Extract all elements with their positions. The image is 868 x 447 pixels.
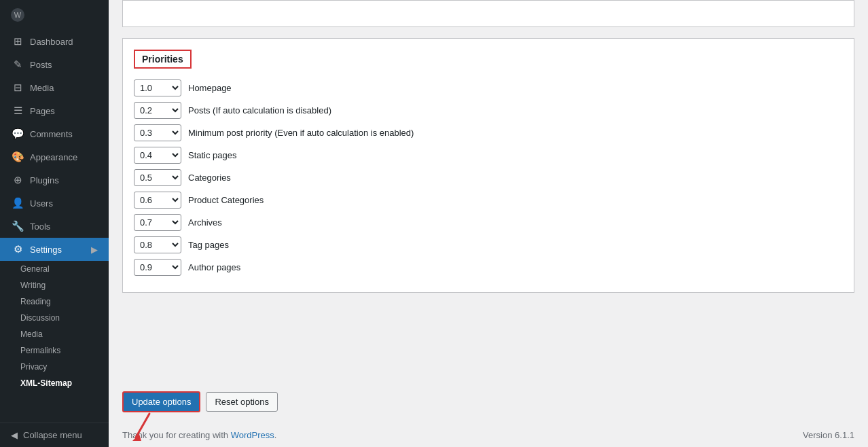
priority-row-archives: 0.00.10.20.30.40.50.60.70.80.91.0Archive… xyxy=(134,214,843,231)
sidebar-item-settings[interactable]: ⚙Settings▶ xyxy=(0,238,109,261)
sidebar-item-appearance[interactable]: 🎨Appearance xyxy=(0,145,109,168)
sidebar-item-users[interactable]: 👤Users xyxy=(0,192,109,215)
submenu-item-discussion[interactable]: Discussion xyxy=(0,310,109,326)
priority-row-author-pages: 0.00.10.20.30.40.50.60.70.80.91.0Author … xyxy=(134,259,843,276)
sidebar-submenu: GeneralWritingReadingDiscussionMediaPerm… xyxy=(0,261,109,391)
submenu-item-xml-sitemap[interactable]: XML-Sitemap xyxy=(0,375,109,391)
version-text: Version 6.1.1 xyxy=(803,430,854,440)
priority-select-min-post[interactable]: 0.00.10.20.30.40.50.60.70.80.91.0 xyxy=(134,124,181,141)
buttons-area: Update options Reset options xyxy=(109,391,868,412)
priority-row-static-pages: 0.00.10.20.30.40.50.60.70.80.91.0Static … xyxy=(134,147,843,164)
sidebar-item-label: Comments xyxy=(30,129,73,139)
priority-select-tag-pages[interactable]: 0.00.10.20.30.40.50.60.70.80.91.0 xyxy=(134,236,181,253)
priority-row-posts: 0.00.10.20.30.40.50.60.70.80.91.0Posts (… xyxy=(134,102,843,119)
priority-row-min-post: 0.00.10.20.30.40.50.60.70.80.91.0Minimum… xyxy=(134,124,843,141)
wp-icon: W xyxy=(11,8,24,22)
sidebar-item-label: Plugins xyxy=(30,175,59,185)
priorities-rows: 0.00.10.20.30.40.50.60.70.80.91.0Homepag… xyxy=(134,79,843,276)
main-content: Priorities 0.00.10.20.30.40.50.60.70.80.… xyxy=(109,0,868,447)
priority-label-posts: Posts (If auto calculation is disabled) xyxy=(188,105,331,115)
priority-select-archives[interactable]: 0.00.10.20.30.40.50.60.70.80.91.0 xyxy=(134,214,181,231)
footer: Thank you for creating with WordPress. V… xyxy=(109,423,868,447)
priority-label-min-post: Minimum post priority (Even if auto calc… xyxy=(188,128,414,138)
priority-select-author-pages[interactable]: 0.00.10.20.30.40.50.60.70.80.91.0 xyxy=(134,259,181,276)
content-area: Priorities 0.00.10.20.30.40.50.60.70.80.… xyxy=(109,0,868,391)
footer-text-after: . xyxy=(274,430,277,440)
priority-row-homepage: 0.00.10.20.30.40.50.60.70.80.91.0Homepag… xyxy=(134,79,843,96)
priority-label-product-categories: Product Categories xyxy=(188,195,264,205)
priority-select-posts[interactable]: 0.00.10.20.30.40.50.60.70.80.91.0 xyxy=(134,102,181,119)
priority-label-categories: Categories xyxy=(188,173,231,183)
submenu-item-permalinks[interactable]: Permalinks xyxy=(0,342,109,359)
collapse-icon: ◀ xyxy=(11,430,18,440)
sidebar-item-label: Posts xyxy=(30,60,52,70)
update-options-button[interactable]: Update options xyxy=(122,391,200,412)
sidebar-item-label: Dashboard xyxy=(30,37,73,47)
top-partial-box xyxy=(122,0,854,27)
submenu-item-reading[interactable]: Reading xyxy=(0,293,109,310)
priority-row-product-categories: 0.00.10.20.30.40.50.60.70.80.91.0Product… xyxy=(134,192,843,209)
sidebar-item-posts[interactable]: ✎Posts xyxy=(0,53,109,76)
collapse-label: Collapse menu xyxy=(23,430,82,440)
active-arrow: ▶ xyxy=(91,245,98,255)
sidebar-item-label: Media xyxy=(30,83,54,93)
priority-select-homepage[interactable]: 0.00.10.20.30.40.50.60.70.80.91.0 xyxy=(134,79,181,96)
svg-line-0 xyxy=(136,414,149,437)
arrow-indicator xyxy=(129,410,170,444)
pages-icon: ☰ xyxy=(11,105,24,117)
submenu-item-privacy[interactable]: Privacy xyxy=(0,359,109,375)
users-icon: 👤 xyxy=(11,197,24,209)
dashboard-icon: ⊞ xyxy=(11,35,24,48)
priority-select-categories[interactable]: 0.00.10.20.30.40.50.60.70.80.91.0 xyxy=(134,169,181,186)
posts-icon: ✎ xyxy=(11,58,24,71)
priority-row-categories: 0.00.10.20.30.40.50.60.70.80.91.0Categor… xyxy=(134,169,843,186)
priority-label-homepage: Homepage xyxy=(188,83,232,93)
sidebar: W ⊞Dashboard✎Posts⊟Media☰Pages💬Comments🎨… xyxy=(0,0,109,447)
collapse-menu-button[interactable]: ◀ Collapse menu xyxy=(0,423,109,447)
reset-options-button[interactable]: Reset options xyxy=(206,392,278,412)
sidebar-item-dashboard[interactable]: ⊞Dashboard xyxy=(0,30,109,53)
priority-row-tag-pages: 0.00.10.20.30.40.50.60.70.80.91.0Tag pag… xyxy=(134,236,843,253)
plugins-icon: ⊕ xyxy=(11,174,24,186)
sidebar-item-label: Users xyxy=(30,198,53,209)
priorities-title: Priorities xyxy=(134,50,192,69)
priority-label-archives: Archives xyxy=(188,217,222,228)
priority-select-static-pages[interactable]: 0.00.10.20.30.40.50.60.70.80.91.0 xyxy=(134,147,181,164)
priority-label-static-pages: Static pages xyxy=(188,150,237,160)
appearance-icon: 🎨 xyxy=(11,151,24,163)
sidebar-item-tools[interactable]: 🔧Tools xyxy=(0,215,109,238)
media-icon: ⊟ xyxy=(11,82,24,94)
tools-icon: 🔧 xyxy=(11,220,24,232)
priority-select-product-categories[interactable]: 0.00.10.20.30.40.50.60.70.80.91.0 xyxy=(134,192,181,209)
sidebar-item-label: Pages xyxy=(30,106,55,116)
priority-label-author-pages: Author pages xyxy=(188,262,240,272)
sidebar-item-label: Settings xyxy=(30,245,62,255)
sidebar-item-media[interactable]: ⊟Media xyxy=(0,76,109,99)
sidebar-menu: ⊞Dashboard✎Posts⊟Media☰Pages💬Comments🎨Ap… xyxy=(0,30,109,261)
comments-icon: 💬 xyxy=(11,128,24,140)
submenu-item-general[interactable]: General xyxy=(0,261,109,277)
sidebar-item-label: Appearance xyxy=(30,152,77,162)
submenu-item-media[interactable]: Media xyxy=(0,326,109,342)
priority-label-tag-pages: Tag pages xyxy=(188,240,229,250)
sidebar-item-label: Tools xyxy=(30,221,50,232)
submenu-item-writing[interactable]: Writing xyxy=(0,277,109,293)
wordpress-link[interactable]: WordPress xyxy=(231,430,274,440)
settings-icon: ⚙ xyxy=(11,243,24,255)
priorities-section: Priorities 0.00.10.20.30.40.50.60.70.80.… xyxy=(122,38,854,293)
sidebar-item-pages[interactable]: ☰Pages xyxy=(0,99,109,122)
sidebar-logo: W xyxy=(0,0,109,30)
sidebar-item-plugins[interactable]: ⊕Plugins xyxy=(0,168,109,192)
sidebar-item-comments[interactable]: 💬Comments xyxy=(0,122,109,145)
